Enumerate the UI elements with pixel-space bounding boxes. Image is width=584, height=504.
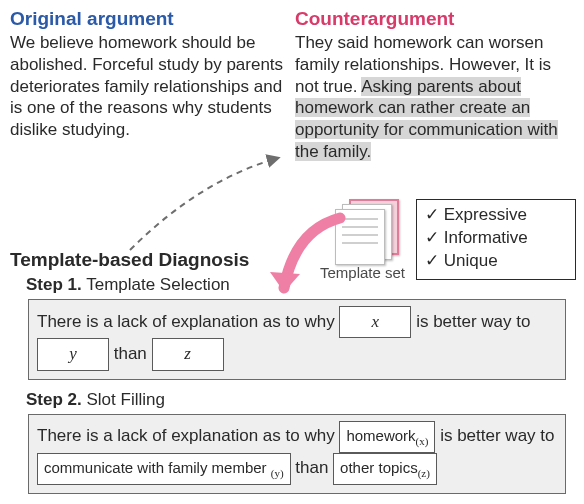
tpl-text: There is a lack of explanation as to why [37, 427, 339, 446]
criteria-label: Expressive [444, 205, 527, 224]
original-argument: Original argument We believe homework sh… [10, 8, 289, 163]
criteria-item: ✓ Expressive [425, 204, 567, 227]
step1-title: Template Selection [86, 275, 230, 294]
template-set-label: Template set [320, 264, 405, 281]
tpl-text: is better way to [440, 427, 554, 446]
criteria-item: ✓ Unique [425, 250, 567, 273]
slot-x: x [339, 306, 411, 339]
step1-template-box: There is a lack of explanation as to why… [28, 299, 566, 381]
step2-label: Step 2. [26, 390, 82, 409]
tpl-text: There is a lack of explanation as to why [37, 311, 339, 330]
check-icon: ✓ [425, 250, 439, 273]
arguments-row: Original argument We believe homework sh… [10, 8, 574, 163]
filled-slot-z: other topics(z) [333, 453, 437, 485]
check-icon: ✓ [425, 204, 439, 227]
step2-template-box: There is a lack of explanation as to why… [28, 414, 566, 493]
counter-text: They said homework can worsen family rel… [295, 32, 574, 163]
criteria-box: ✓ Expressive ✓ Informative ✓ Unique [416, 199, 576, 280]
filled-slot-y: communicate with family member (y) [37, 453, 291, 485]
original-text: We believe homework should be abolished.… [10, 32, 289, 141]
step2-title: Slot Filling [86, 390, 164, 409]
tpl-text: than [114, 344, 152, 363]
criteria-label: Unique [444, 251, 498, 270]
step1-label: Step 1. [26, 275, 82, 294]
template-set-stack [335, 199, 399, 259]
original-title: Original argument [10, 8, 289, 30]
template-card [335, 209, 385, 265]
slot-z: z [152, 338, 224, 371]
tpl-text: than [295, 458, 333, 477]
criteria-item: ✓ Informative [425, 227, 567, 250]
criteria-label: Informative [444, 228, 528, 247]
slot-y: y [37, 338, 109, 371]
tpl-text: is better way to [416, 311, 530, 330]
check-icon: ✓ [425, 227, 439, 250]
counterargument: Counterargument They said homework can w… [295, 8, 574, 163]
counter-title: Counterargument [295, 8, 574, 30]
step2-header: Step 2. Slot Filling [26, 390, 574, 410]
filled-slot-x: homework(x) [339, 421, 435, 453]
